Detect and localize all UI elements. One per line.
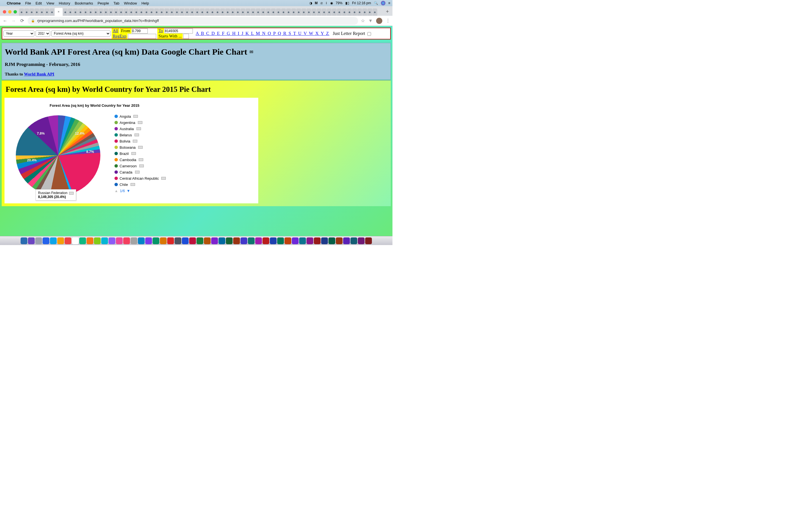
dock-app-icon[interactable] [43,237,49,244]
legend-item[interactable]: Chile [114,181,166,187]
legend-item[interactable]: Belarus [114,132,166,138]
tab[interactable]: ◆ [372,8,377,16]
tab[interactable]: ◆ [347,8,352,16]
clock[interactable]: Fri 12:16 pm [352,1,371,5]
tab[interactable]: ◆ [35,8,39,16]
dock-app-icon[interactable] [153,237,159,244]
tab[interactable]: ◆ [236,8,240,16]
profile-avatar[interactable] [376,18,382,24]
alpha-filter-links[interactable]: A B C D E F G H I J K L M N O P Q R S T … [196,31,329,36]
dock-app-icon[interactable] [233,237,240,244]
tab[interactable]: ◆ [98,8,103,16]
legend-next-icon[interactable]: ▼ [126,189,130,193]
dock-app-icon[interactable] [241,237,247,244]
tab[interactable]: ◆ [169,8,174,16]
menu-view[interactable]: View [46,1,54,5]
dock-app-icon[interactable] [116,237,123,244]
legend-item[interactable]: Cambodia [114,157,166,163]
dock-app-icon[interactable] [79,237,86,244]
tab[interactable]: ◆ [63,8,68,16]
tab[interactable]: ◆ [68,8,73,16]
world-bank-api-link[interactable]: World Bank API [24,72,54,76]
startswith-input[interactable] [183,34,189,39]
tab[interactable]: ◆ [45,8,49,16]
tab[interactable]: ◆ [225,8,230,16]
tab[interactable]: ◆ [362,8,367,16]
tab[interactable]: ◆ [317,8,321,16]
tab[interactable]: ◆ [342,8,347,16]
avast-icon[interactable]: ◑ [309,1,312,5]
tab[interactable]: ◆ [271,8,276,16]
tab[interactable]: ◆ [24,8,29,16]
tab[interactable]: ◆ [154,8,159,16]
tab[interactable]: ◆ [312,8,316,16]
tab[interactable]: ◆ [215,8,220,16]
dock-app-icon[interactable] [226,237,233,244]
menu-help[interactable]: Help [142,1,149,5]
tab[interactable]: ◆ [139,8,144,16]
app-name[interactable]: Chrome [7,1,20,5]
dock-app-icon[interactable] [365,237,372,244]
dock-app-icon[interactable] [211,237,218,244]
dock-app-icon[interactable] [101,237,108,244]
tab[interactable]: ◆ [322,8,326,16]
dock-app-icon[interactable] [336,237,343,244]
tab[interactable]: ◆ [251,8,255,16]
tab[interactable]: ◆ [205,8,210,16]
tab[interactable]: ◆ [296,8,301,16]
dock-app-icon[interactable] [174,237,181,244]
dock-app-icon[interactable] [123,237,130,244]
tab[interactable]: ◆ [78,8,83,16]
menu-tab[interactable]: Tab [113,1,119,5]
bookmark-star-icon[interactable]: ☆ [361,18,365,23]
tab[interactable]: ◆ [337,8,342,16]
dock-app-icon[interactable] [57,237,64,244]
legend-item[interactable]: Canada [114,169,166,175]
dock-app-icon[interactable] [328,237,335,244]
tab[interactable]: ◆ [195,8,200,16]
tab[interactable]: ◆ [144,8,149,16]
chrome-menu-icon[interactable]: ⋮ [386,18,390,23]
tab[interactable]: ◆ [159,8,164,16]
tab[interactable]: ◆ [327,8,332,16]
tab[interactable]: ◆ [231,8,235,16]
back-button[interactable]: ← [2,18,8,23]
dock-app-icon[interactable] [72,237,79,244]
reload-button[interactable]: ⟳ [19,18,25,23]
tab[interactable]: ◆ [306,8,311,16]
tab[interactable]: ◆ [134,8,139,16]
tab[interactable]: ◆ [164,8,169,16]
tab[interactable]: ◆ [291,8,296,16]
dock-app-icon[interactable] [277,237,284,244]
dock-app-icon[interactable] [270,237,276,244]
dock-app-icon[interactable] [343,237,350,244]
year-label-select[interactable]: Year [3,31,35,37]
tab[interactable]: ◆ [114,8,118,16]
tab[interactable]: ◆ [200,8,205,16]
tab[interactable]: ◆ [119,8,123,16]
dock-app-icon[interactable] [160,237,167,244]
menu-edit[interactable]: Edit [36,1,42,5]
tab[interactable]: ◆ [276,8,281,16]
dock-app-icon[interactable] [94,237,101,244]
dock-app-icon[interactable] [255,237,262,244]
tab[interactable]: ◆ [190,8,195,16]
dock-app-icon[interactable] [35,237,42,244]
dock-app-icon[interactable] [299,237,306,244]
legend-prev-icon[interactable]: ▲ [114,189,118,193]
forward-button[interactable]: → [11,18,16,23]
minimize-window-button[interactable] [8,10,11,13]
dock-app-icon[interactable] [262,237,269,244]
dock-app-icon[interactable] [167,237,174,244]
airplay-icon[interactable]: ⎚ [320,1,322,5]
pie-chart[interactable]: 12.4% 8.7% 20.4% 7.8% Russian Federation… [10,113,106,201]
close-window-button[interactable] [3,10,6,13]
menu-window[interactable]: Window [124,1,137,5]
regexp-input[interactable] [128,34,156,39]
tab[interactable]: ◆ [286,8,291,16]
year-select[interactable]: 2015 [36,31,50,37]
menu-bookmarks[interactable]: Bookmarks [75,1,93,5]
dock-app-icon[interactable] [314,237,320,244]
address-bar[interactable]: 🔒 rjmprogramming.com.au/PHP/worldbank_po… [28,17,358,25]
dock-app-icon[interactable] [285,237,291,244]
